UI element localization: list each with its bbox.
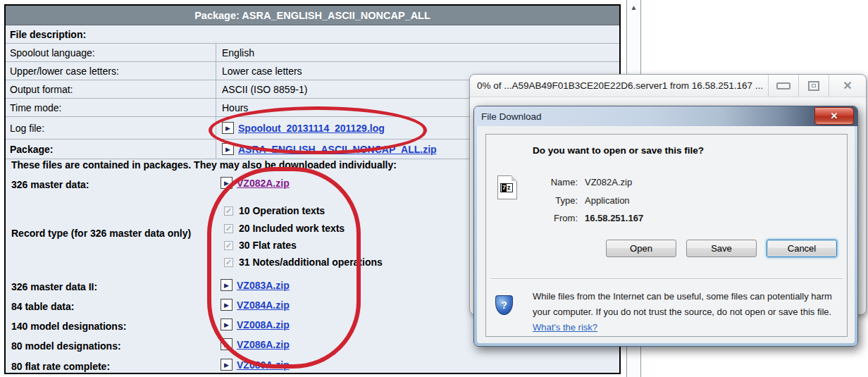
save-button[interactable]: Save [686,240,757,257]
risk-link-row: What's the risk? [533,322,597,333]
file-type-field: Type: Application [528,195,630,206]
file-icon-7: 7 [502,184,507,192]
checkbox-label: 31 Notes/additional operations [239,257,383,268]
close-button[interactable]: ✕ [829,75,866,97]
checkbox-checked[interactable]: ✓ [224,206,233,216]
vz008a-zip-link[interactable]: VZ008A.zip [237,319,290,330]
dialog-titlebar[interactable]: File Download [474,106,857,126]
row-label: 80 model designations: [11,340,121,352]
field-value: VZ082A.zip [585,177,632,187]
field-value: Application [585,195,630,206]
row-label: Upper/lower case letters: [6,62,216,80]
vz082a-zip-link[interactable]: VZ082A.zip [237,178,290,189]
field-label: Name: [528,177,578,187]
cancel-button[interactable]: Cancel [767,240,837,257]
vz083a-zip-link[interactable]: VZ083A.zip [237,280,290,291]
record-type-option: ✓ 20 Included work texts [224,223,345,234]
separator [490,278,843,280]
record-type-option: ✓ 31 Notes/additional operations [224,257,383,268]
package-zip-link[interactable]: ASRA_ENGLISH_ASCII_NONCAP_ALL.zip [238,144,437,155]
screen: Package: ASRA_ENGLISH_ASCII_NONCAP_ALL F… [0,0,868,377]
caption-buttons: ✕ [768,75,866,97]
table-row: Spoolout language: English [6,44,619,62]
record-type-option: ✓ 30 Flat rates [224,240,297,251]
row-label: Output format: [6,80,216,98]
warning-text-line2: your computer. If you do not trust the s… [533,307,831,317]
field-label: Type: [528,195,578,206]
dialog-body: Do you want to open or save this file? 7… [477,126,855,343]
page-fold [512,175,517,181]
vz080a-zip-link[interactable]: VZ080A.zip [237,359,290,371]
checkbox-checked[interactable]: ✓ [224,241,233,250]
play-icon[interactable]: ▶ [221,299,232,311]
play-icon[interactable]: ▶ [221,359,232,371]
row-label: Log file: [6,117,216,139]
play-icon[interactable]: ▶ [222,143,234,155]
open-button[interactable]: Open [606,240,676,257]
file-name-field: Name: VZ082A.zip [528,177,632,187]
download-row: ▶ VZ080A.zip [221,359,290,371]
row-label: 84 table data: [11,301,74,312]
download-row: ▶ VZ084A.zip [221,299,290,311]
row-label: Time mode: [6,99,216,116]
dialog-content-panel: Do you want to open or save this file? 7… [485,134,848,337]
download-row: ▶ VZ083A.zip [221,279,290,291]
row-label: 80 flat rate complete: [11,361,110,372]
row-value: English [216,47,619,58]
checkbox-label: 10 Operation texts [239,205,325,216]
file-download-dialog: File Download ✕ Do you want to open or s… [473,106,858,347]
play-icon[interactable]: ▶ [221,338,232,350]
vz084a-zip-link[interactable]: VZ084A.zip [237,299,290,311]
close-icon: ✕ [831,111,838,121]
packages-note: These files are contained in packages. T… [11,159,397,171]
file-from-field: From: 16.58.251.167 [528,213,643,223]
dialog-question: Do you want to open or save this file? [533,145,704,156]
dialog-close-button[interactable]: ✕ [814,107,854,125]
window-title: 0% of ...A59AB49F01B3CE20E22D6.server1 f… [470,80,768,91]
checkbox-label: 20 Included work texts [239,223,345,234]
master-data-download: ▶ VZ082A.zip [221,177,290,189]
whats-the-risk-link[interactable]: What's the risk? [533,322,597,333]
file-icon-z: z [507,184,512,192]
record-type-label: Record type (for 326 master data only) [11,228,191,239]
warning-text-line1: While files from the Internet can be use… [533,291,832,302]
checkbox-label: 30 Flat rates [239,240,297,251]
play-icon[interactable]: ▶ [222,122,234,134]
download-row: ▶ VZ008A.zip [221,319,290,330]
download-row: ▶ VZ086A.zip [221,338,290,350]
window-titlebar[interactable]: 0% of ...A59AB49F01B3CE20E22D6.server1 f… [470,75,866,97]
row-label: Package: [6,140,216,159]
maximize-button[interactable] [798,75,829,97]
play-icon[interactable]: ▶ [221,177,232,189]
row-label: 140 model designations: [11,321,126,332]
scroll-up-icon[interactable]: ▲ [627,1,640,13]
maximize-icon [808,81,819,91]
file-description-header: File description: [6,25,619,44]
minimize-button[interactable] [768,75,798,97]
minimize-icon [776,82,790,89]
play-icon[interactable]: ▶ [221,279,232,291]
dialog-title: File Download [474,111,542,122]
close-icon: ✕ [843,79,852,92]
shield-question-icon: ? [495,295,513,315]
log-file-link[interactable]: Spoolout_20131114_201129.log [238,123,385,134]
field-value: 16.58.251.167 [585,213,643,223]
file-7z-icon: 7z [497,175,517,199]
row-label: 326 master data II: [11,281,97,292]
row-label: Spoolout language: [6,44,216,61]
checkbox-checked[interactable]: ✓ [224,224,233,233]
play-icon[interactable]: ▶ [221,319,232,330]
vz086a-zip-link[interactable]: VZ086A.zip [237,339,290,350]
field-label: From: [528,213,578,223]
checkbox-checked[interactable]: ✓ [224,258,233,267]
package-table-title: Package: ASRA_ENGLISH_ASCII_NONCAP_ALL [6,6,619,25]
question-mark: ? [501,299,507,311]
row-label: 326 master data: [11,179,89,190]
record-type-option: ✓ 10 Operation texts [224,205,325,216]
